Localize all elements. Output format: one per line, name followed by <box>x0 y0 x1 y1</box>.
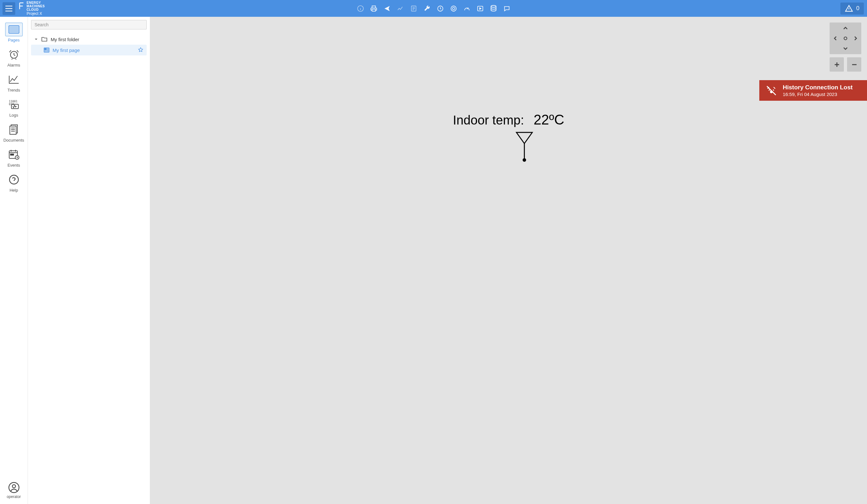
tree-page-row[interactable]: My first page <box>31 45 147 55</box>
warning-icon <box>845 4 853 13</box>
alarm-icon <box>8 49 20 60</box>
svg-rect-26 <box>47 49 49 52</box>
svg-rect-27 <box>45 50 46 52</box>
folder-icon <box>41 36 47 42</box>
reading-value: 22ºC <box>533 112 564 128</box>
zoom-out-button[interactable] <box>847 57 861 72</box>
zoom-in-button[interactable] <box>829 57 844 72</box>
tree-folder-row[interactable]: My first folder <box>31 34 147 45</box>
svg-rect-16 <box>10 126 16 134</box>
rail-user[interactable]: operator <box>2 479 26 504</box>
top-toolbar <box>357 5 511 12</box>
svg-point-4 <box>452 7 454 10</box>
chat-icon[interactable] <box>503 5 511 12</box>
alert-count: 0 <box>856 5 859 12</box>
pan-down-button[interactable] <box>841 44 850 53</box>
clock-icon[interactable] <box>437 5 444 12</box>
rail-label-pages: Pages <box>8 38 20 42</box>
pan-center-button[interactable] <box>841 34 850 43</box>
alert-badge[interactable]: 0 <box>841 2 864 14</box>
logs-icon: 11001010 <box>8 99 20 110</box>
hamburger-menu-button[interactable] <box>2 2 15 15</box>
svg-rect-8 <box>10 26 14 29</box>
rail-item-pages[interactable]: Pages <box>2 19 26 44</box>
svg-point-6 <box>491 6 496 7</box>
svg-rect-25 <box>45 49 46 50</box>
page-icon <box>44 47 50 53</box>
rail-label-logs: Logs <box>9 113 18 118</box>
help-icon <box>9 174 19 185</box>
canvas[interactable]: History Connection Lost 16:59, Fri 04 Au… <box>150 17 867 504</box>
brand-logo-icon <box>19 2 25 10</box>
header-bar: ENERGY MACHINES CLOUD Project X 0 <box>0 0 867 17</box>
play-icon[interactable] <box>477 5 484 12</box>
tree-page-label: My first page <box>53 47 80 53</box>
rail-label-help: Help <box>10 188 18 193</box>
tree-folder-label: My first folder <box>51 37 79 42</box>
svg-point-23 <box>12 485 15 488</box>
pan-left-button[interactable] <box>831 34 840 43</box>
connection-lost-toast: History Connection Lost 16:59, Fri 04 Au… <box>759 80 867 101</box>
brand-block: ENERGY MACHINES CLOUD Project X <box>19 1 45 16</box>
favorite-star-icon[interactable] <box>138 47 143 54</box>
rail-label-alarms: Alarms <box>7 63 20 67</box>
pan-right-button[interactable] <box>851 34 860 43</box>
svg-rect-19 <box>12 154 14 155</box>
rail-label-trends: Trends <box>8 88 20 93</box>
svg-point-21 <box>10 175 18 184</box>
hamburger-icon <box>6 6 12 11</box>
database-icon[interactable] <box>490 5 497 12</box>
documents-icon <box>9 124 19 135</box>
rail-item-logs[interactable]: 11001010 Logs <box>2 94 26 119</box>
pan-up-button[interactable] <box>841 24 850 33</box>
pages-icon <box>9 25 19 34</box>
tree: My first folder My first page <box>31 34 147 55</box>
svg-point-30 <box>523 159 526 161</box>
nav-pad <box>829 22 861 72</box>
target-icon[interactable] <box>450 5 458 12</box>
toast-subtitle: 16:59, Fri 04 August 2023 <box>783 92 853 97</box>
notes-icon[interactable] <box>410 5 418 12</box>
events-icon <box>8 149 20 160</box>
svg-rect-10 <box>10 30 14 32</box>
rail-label-documents: Documents <box>3 138 24 142</box>
rail-item-events[interactable]: Events <box>2 144 26 170</box>
signal-lost-icon <box>765 84 778 97</box>
project-name: Project X <box>26 12 45 16</box>
svg-rect-9 <box>15 26 18 32</box>
brand-line2: MACHINES <box>26 4 45 8</box>
trends-icon[interactable] <box>397 5 404 12</box>
search-input[interactable] <box>31 20 147 30</box>
reading-block: Indoor temp: 22ºC <box>453 112 564 162</box>
gauge-icon[interactable] <box>463 5 471 12</box>
rail-item-documents[interactable]: Documents <box>2 119 26 144</box>
pan-cluster <box>829 22 861 54</box>
user-icon <box>8 482 20 493</box>
brand-line1: ENERGY <box>26 1 45 4</box>
toast-title: History Connection Lost <box>783 84 853 91</box>
share-icon[interactable] <box>383 5 391 12</box>
svg-rect-18 <box>10 154 12 155</box>
expand-caret-icon[interactable] <box>34 37 38 41</box>
svg-point-3 <box>451 6 456 11</box>
brand-line3: CLOUD <box>26 8 45 11</box>
reading-label: Indoor temp: <box>453 113 524 127</box>
print-icon[interactable] <box>370 5 377 12</box>
rail-label-events: Events <box>8 163 20 168</box>
sensor-symbol-icon <box>515 131 534 162</box>
side-rail: Pages Alarms Trends 11001010 Logs Docume… <box>0 17 28 504</box>
wrench-icon[interactable] <box>423 5 431 12</box>
tree-panel: My first folder My first page <box>28 17 150 504</box>
rail-item-alarms[interactable]: Alarms <box>2 44 26 69</box>
trends-rail-icon <box>8 75 20 84</box>
rail-user-label: operator <box>7 494 21 499</box>
rail-item-help[interactable]: Help <box>2 170 26 194</box>
rail-item-trends[interactable]: Trends <box>2 69 26 94</box>
svg-point-28 <box>844 37 847 40</box>
info-icon[interactable] <box>357 5 364 12</box>
